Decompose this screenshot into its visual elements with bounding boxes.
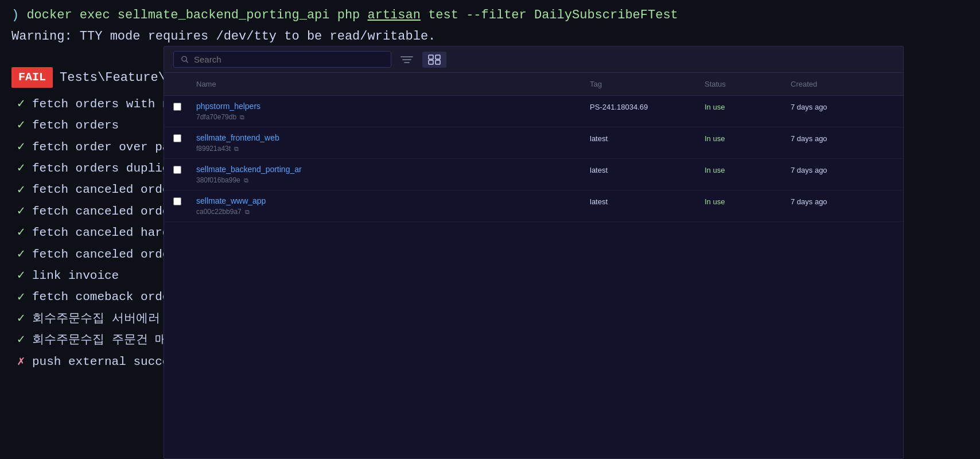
row-checkbox-input[interactable]: [173, 103, 181, 111]
svg-rect-6: [429, 60, 433, 64]
row-created: 7 days ago: [791, 165, 894, 174]
row-name-col: sellmate_frontend_web f89921a43t ⧉: [196, 133, 590, 153]
row-name-link[interactable]: sellmate_www_app: [196, 196, 590, 205]
terminal-command: docker exec sellmate_backend_porting_api…: [26, 8, 678, 22]
row-id: f89921a43t: [196, 145, 231, 153]
search-input[interactable]: [194, 55, 384, 64]
row-tag: latest: [590, 196, 705, 206]
row-checkbox-input[interactable]: [173, 197, 181, 205]
terminal-prompt: ): [11, 8, 19, 22]
row-checkbox-input[interactable]: [173, 134, 181, 142]
cross-icon: ✗: [17, 351, 28, 372]
row-tag: latest: [590, 165, 705, 174]
svg-rect-7: [435, 60, 440, 64]
fail-badge: FAIL: [11, 67, 53, 88]
row-id-row: 7dfa70e79db ⧉: [196, 113, 590, 121]
test-name-label: link invoice: [32, 266, 119, 286]
docker-toolbar: [164, 46, 903, 73]
check-icon: ✓: [17, 244, 28, 265]
test-name-label: 회수주문수집 주문건 매칭: [32, 330, 179, 351]
copy-icon[interactable]: ⧉: [240, 114, 244, 121]
row-checkbox[interactable]: [173, 196, 196, 205]
row-checkbox-input[interactable]: [173, 166, 181, 174]
check-icon: ✓: [17, 115, 28, 136]
row-id: ca00c22bb9a7: [196, 208, 242, 216]
header-tag: Tag: [590, 77, 705, 91]
table-header: Name Tag Status Created: [164, 73, 903, 96]
check-icon: ✓: [17, 201, 28, 222]
header-created: Created: [791, 77, 894, 91]
copy-icon[interactable]: ⧉: [234, 145, 239, 153]
row-id-row: ca00c22bb9a7 ⧉: [196, 208, 590, 216]
copy-icon[interactable]: ⧉: [245, 208, 250, 216]
warning-line: Warning: TTY mode requires /dev/tty to b…: [11, 27, 969, 46]
check-icon: ✓: [17, 180, 28, 201]
command-line: ) docker exec sellmate_backend_porting_a…: [11, 6, 969, 25]
row-tag: latest: [590, 133, 705, 143]
row-name-link[interactable]: sellmate_frontend_web: [196, 133, 590, 142]
row-name-link[interactable]: phpstorm_helpers: [196, 102, 590, 111]
row-created: 7 days ago: [791, 102, 894, 111]
docker-panel: Name Tag Status Created phpstorm_helpers…: [164, 46, 904, 459]
check-icon: ✓: [17, 137, 28, 158]
row-created: 7 days ago: [791, 133, 894, 143]
test-name-label: fetch canceled orders: [32, 201, 184, 222]
grid-view-button[interactable]: [422, 52, 446, 68]
row-id-row: f89921a43t ⧉: [196, 145, 590, 153]
header-checkbox-col: [173, 77, 196, 91]
table-row[interactable]: sellmate_frontend_web f89921a43t ⧉ lates…: [164, 127, 903, 159]
check-icon: ✓: [17, 287, 28, 308]
search-icon: [181, 55, 189, 64]
svg-rect-5: [435, 55, 440, 59]
filter-button[interactable]: [398, 52, 415, 67]
row-id-row: 380f016ba99e ⧉: [196, 176, 590, 184]
check-icon: ✓: [17, 158, 28, 179]
table-row[interactable]: phpstorm_helpers 7dfa70e79db ⧉ PS-241.18…: [164, 96, 903, 127]
test-name-label: push external success: [32, 352, 184, 372]
row-checkbox[interactable]: [173, 133, 196, 142]
search-box[interactable]: [173, 51, 391, 68]
check-icon: ✓: [17, 94, 28, 115]
row-checkbox[interactable]: [173, 165, 196, 174]
row-status: In use: [705, 102, 791, 111]
row-created: 7 days ago: [791, 196, 894, 206]
table-row[interactable]: sellmate_www_app ca00c22bb9a7 ⧉ latest I…: [164, 190, 903, 222]
row-name-col: sellmate_backend_porting_ar 380f016ba99e…: [196, 165, 590, 184]
header-status: Status: [705, 77, 791, 91]
row-name-col: sellmate_www_app ca00c22bb9a7 ⧉: [196, 196, 590, 216]
header-name: Name: [196, 77, 590, 91]
row-id: 7dfa70e79db: [196, 113, 236, 121]
check-icon: ✓: [17, 329, 28, 351]
copy-icon[interactable]: ⧉: [244, 177, 248, 184]
check-icon: ✓: [17, 308, 28, 329]
test-name-label: fetch orders: [32, 115, 119, 136]
svg-rect-4: [429, 55, 433, 59]
row-tag: PS-241.18034.69: [590, 102, 705, 111]
test-name-label: 회수주문수집 서버에러: [32, 309, 160, 329]
table-row[interactable]: sellmate_backend_porting_ar 380f016ba99e…: [164, 159, 903, 190]
filter-icon: [400, 55, 413, 65]
docker-table-body: phpstorm_helpers 7dfa70e79db ⧉ PS-241.18…: [164, 96, 903, 458]
check-icon: ✓: [17, 222, 28, 243]
grid-icon: [428, 55, 441, 65]
check-icon: ✓: [17, 265, 28, 286]
row-status: In use: [705, 196, 791, 206]
row-name-col: phpstorm_helpers 7dfa70e79db ⧉: [196, 102, 590, 121]
row-status: In use: [705, 133, 791, 143]
row-status: In use: [705, 165, 791, 174]
row-name-link[interactable]: sellmate_backend_porting_ar: [196, 165, 590, 174]
row-id: 380f016ba99e: [196, 176, 240, 184]
row-checkbox[interactable]: [173, 102, 196, 111]
